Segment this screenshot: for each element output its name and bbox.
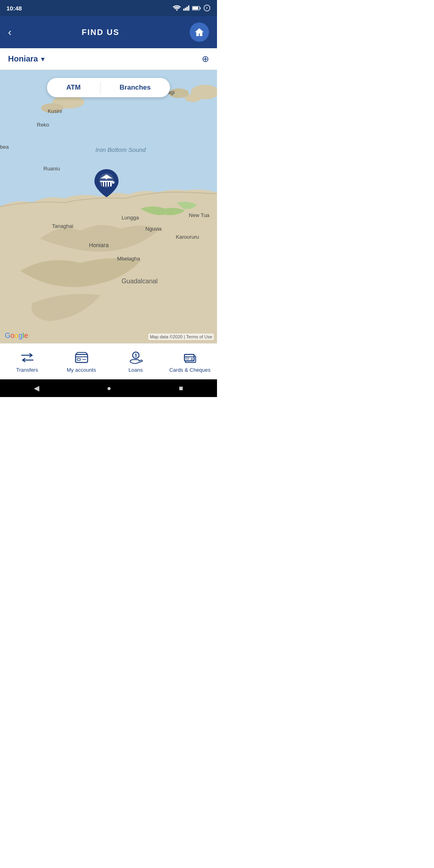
branches-filter-button[interactable]: Branches xyxy=(100,78,170,97)
location-selector[interactable]: Honiara ▾ xyxy=(8,54,45,63)
svg-rect-22 xyxy=(104,182,105,186)
svg-rect-24 xyxy=(109,182,110,186)
android-home-button[interactable]: ● xyxy=(107,384,111,393)
nav-transfers-label: Transfers xyxy=(16,367,38,373)
wifi-icon xyxy=(173,5,181,11)
svg-rect-3 xyxy=(188,6,189,11)
svg-point-25 xyxy=(112,181,115,184)
accounts-icon xyxy=(74,350,89,365)
svg-point-9 xyxy=(198,31,201,34)
svg-rect-1 xyxy=(185,8,186,10)
svg-rect-23 xyxy=(106,182,108,186)
gps-target-icon[interactable]: ⊕ xyxy=(202,54,209,64)
app-icon: P xyxy=(203,4,211,12)
svg-rect-6 xyxy=(192,6,198,9)
svg-text:P: P xyxy=(206,6,208,10)
nav-loans-label: Loans xyxy=(129,367,143,373)
svg-text:$: $ xyxy=(135,353,137,358)
svg-point-15 xyxy=(41,103,63,113)
android-back-button[interactable]: ◀ xyxy=(34,384,39,393)
status-icons: P xyxy=(173,4,211,12)
battery-icon xyxy=(192,6,201,11)
status-bar: 10:48 P xyxy=(0,0,217,16)
map-attribution[interactable]: Map data ©2020 | Terms of Use xyxy=(148,334,214,340)
nav-cards-cheques-label: Cards & Cheques xyxy=(169,367,211,373)
map-marker[interactable] xyxy=(92,167,121,201)
page-title: FIND US xyxy=(82,28,119,37)
atm-filter-button[interactable]: ATM xyxy=(47,78,100,97)
home-icon xyxy=(194,27,205,37)
svg-rect-5 xyxy=(200,7,201,9)
status-time: 10:48 xyxy=(6,5,22,12)
nav-my-accounts[interactable]: My accounts xyxy=(54,350,108,373)
android-recent-button[interactable]: ■ xyxy=(179,384,183,393)
location-bar: Honiara ▾ ⊕ xyxy=(0,48,217,70)
nav-transfers[interactable]: Transfers xyxy=(0,350,54,373)
nav-loans[interactable]: $ Loans xyxy=(108,350,163,373)
chevron-down-icon: ▾ xyxy=(41,55,45,63)
svg-point-13 xyxy=(169,88,189,98)
google-watermark: Google xyxy=(5,332,28,340)
svg-rect-18 xyxy=(100,181,113,182)
android-nav: ◀ ● ■ xyxy=(0,379,217,397)
svg-rect-21 xyxy=(102,182,103,186)
home-button[interactable] xyxy=(190,23,209,42)
svg-rect-0 xyxy=(183,9,184,11)
loans-icon: $ xyxy=(129,350,143,365)
cards-icon xyxy=(183,350,197,365)
map-container[interactable]: Kusini Tulagi Reko Iron Bottom Sound Rua… xyxy=(0,70,217,343)
map-background xyxy=(0,70,217,343)
back-button[interactable]: ‹ xyxy=(8,27,12,37)
signal-icon xyxy=(183,5,190,11)
transfers-icon xyxy=(20,350,35,365)
svg-rect-27 xyxy=(77,358,80,360)
header: ‹ FIND US xyxy=(0,16,217,48)
filter-buttons: ATM Branches xyxy=(47,78,170,97)
nav-my-accounts-label: My accounts xyxy=(67,367,96,373)
nav-cards-cheques[interactable]: Cards & Cheques xyxy=(163,350,217,373)
bottom-nav: Transfers My accounts $ Loans xyxy=(0,343,217,379)
city-name: Honiara xyxy=(8,54,38,63)
svg-rect-2 xyxy=(186,7,188,11)
